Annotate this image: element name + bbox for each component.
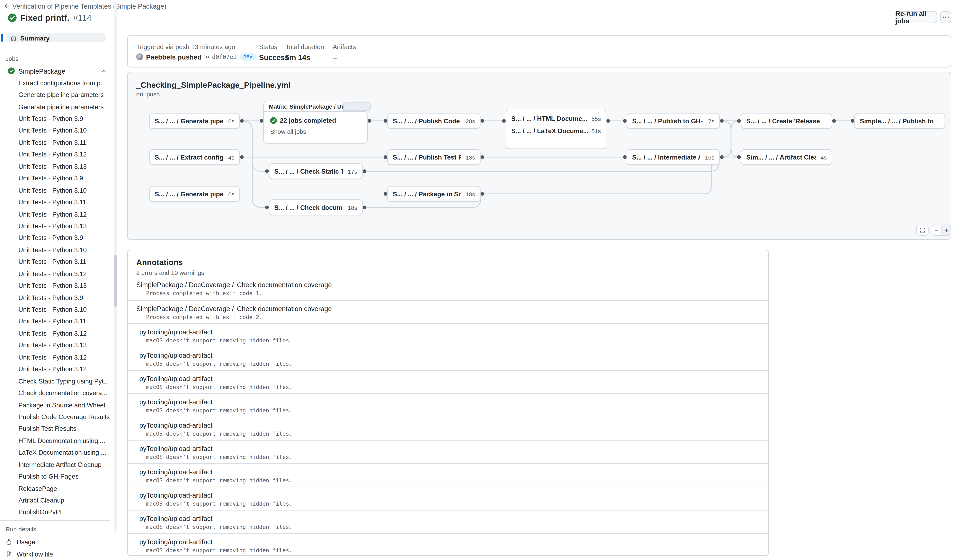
zoom-in-button[interactable]: + [942, 225, 951, 235]
sidebar-job-item[interactable]: ReleasePage [0, 482, 110, 494]
graph-node[interactable]: S... / ... / Publish Code C... 20s [387, 113, 481, 129]
sidebar-job-item[interactable]: Unit Tests - Python 3.11 [0, 256, 110, 268]
sidebar-job-item[interactable]: Unit Tests - Python 3.9 [0, 172, 110, 184]
sidebar-job-item[interactable]: Publish to GH-Pages [0, 470, 110, 482]
actor-pushed: Paebbels pushed [146, 53, 201, 61]
sidebar-job-item[interactable]: Unit Tests - Python 3.9 [0, 292, 110, 303]
graph-node[interactable]: S... / ... / LaTeX Docume... 51s [511, 127, 601, 134]
annotation-title[interactable]: pyTooling/upload-artifact [139, 398, 212, 406]
sidebar-job-item[interactable]: Unit Tests - Python 3.11 [0, 196, 110, 208]
sidebar-job-item[interactable]: Unit Tests - Python 3.10 [0, 124, 110, 136]
annotation-title[interactable]: pyTooling/upload-artifact [139, 491, 212, 499]
sidebar-job-item[interactable]: PublishOnPyPI [0, 506, 110, 518]
graph-node[interactable]: S... / ... / Generate pipelin... 0s [149, 113, 240, 129]
duration-label: Total duration [285, 43, 324, 50]
sidebar-item-usage[interactable]: Usage [6, 537, 105, 547]
commit-chip[interactable]: d0f07e1 [204, 53, 236, 60]
sidebar-job-item[interactable]: Unit Tests - Python 3.9 [0, 113, 110, 124]
sidebar-job-item[interactable]: Artifact Cleanup [0, 494, 110, 506]
sidebar-job-item[interactable]: Generate pipeline parameters [0, 89, 110, 100]
sidebar-item-workflow-file[interactable]: Workflow file [6, 549, 105, 559]
sidebar-item-summary[interactable]: Summary [6, 33, 105, 42]
rerun-all-jobs-button[interactable]: Re-run all jobs [895, 11, 937, 23]
show-all-jobs-link[interactable]: Show all jobs [270, 128, 361, 135]
sidebar-job-item[interactable]: Intermediate Artifact Cleanup [0, 458, 110, 470]
annotation-title[interactable]: pyTooling/upload-artifact [139, 375, 212, 382]
job-label: Unit Tests - Python 3.12 [19, 151, 87, 158]
graph-node[interactable]: S... / ... / Check docume... 18s [269, 199, 363, 215]
workflow-group-simplepackage[interactable]: SimplePackage [8, 66, 107, 75]
annotation-title[interactable]: pyTooling/upload-artifact [139, 328, 212, 336]
graph-node[interactable]: Simple... / ... / Publish to PyPI [854, 113, 945, 129]
graph-node[interactable]: S... / ... / HTML Docume... 55s [511, 115, 601, 122]
sidebar-job-item[interactable]: Publish Code Coverage Results [0, 411, 110, 422]
sidebar-job-item[interactable]: Generate pipeline parameters [0, 100, 110, 113]
branch-badge[interactable]: dev [240, 53, 256, 61]
summary-label: Summary [20, 34, 50, 42]
annotation-title[interactable]: pyTooling/upload-artifact [139, 538, 212, 546]
sidebar-job-item[interactable]: Unit Tests - Python 3.13 [0, 220, 110, 232]
sidebar-job-item[interactable]: Unit Tests - Python 3.13 [0, 160, 110, 172]
sidebar-job-item[interactable]: Unit Tests - Python 3.12 [0, 148, 110, 160]
jobs-section-label: Jobs [6, 55, 110, 62]
sidebar-job-item[interactable]: Unit Tests - Python 3.10 [0, 184, 110, 196]
node-prefix: S... / ... / [393, 117, 417, 125]
job-label: Generate pipeline parameters [19, 91, 104, 98]
graph-node[interactable]: Sim... / ... / Artifact Cleanup 4s [741, 149, 832, 165]
connector-dot [265, 205, 269, 209]
graph-node[interactable]: S... / ... / Package in Sou... 18s [387, 186, 481, 202]
matrix-group-node[interactable]: 22 jobs completed Show all jobs [263, 111, 368, 144]
success-check-icon [8, 14, 17, 22]
zoom-out-button[interactable]: − [932, 225, 942, 235]
annotation-title[interactable]: pyTooling/upload-artifact [139, 515, 212, 522]
sidebar-job-item[interactable]: Check Static Typing using Pyt... [0, 375, 110, 387]
kebab-menu-button[interactable] [940, 11, 951, 23]
sidebar-job-item[interactable]: Unit Tests - Python 3.12 [0, 208, 110, 220]
sidebar-job-item[interactable]: LaTeX Documentation using ... [0, 447, 110, 458]
job-label: Unit Tests - Python 3.12 [19, 365, 87, 373]
annotation-title[interactable]: pyTooling/upload-artifact [139, 351, 212, 359]
graph-node[interactable]: S... / ... / Intermediate A... 16s [627, 149, 720, 165]
avatar[interactable] [136, 53, 143, 60]
annotation-title[interactable]: Check documentation coverage [237, 305, 332, 312]
node-duration: 51s [591, 127, 601, 134]
connector-dot [265, 169, 269, 173]
sidebar-job-item[interactable]: Unit Tests - Python 3.10 [0, 243, 110, 256]
fullscreen-button[interactable] [916, 224, 929, 235]
breadcrumb-link[interactable]: Verification of Pipeline Templates (Simp… [12, 2, 166, 10]
sidebar-job-item[interactable]: Unit Tests - Python 3.12 [0, 268, 110, 279]
sidebar-job-item[interactable]: Extract configurations from p... [0, 77, 110, 89]
job-label: Unit Tests - Python 3.12 [19, 353, 87, 361]
run-number: #114 [73, 13, 91, 23]
sidebar-job-item[interactable]: Unit Tests - Python 3.12 [0, 363, 110, 375]
matrix-tab[interactable]: Matrix: SimplePackage / UnitTest... [263, 100, 344, 112]
sidebar-job-item[interactable]: Check documentation covera... [0, 387, 110, 398]
annotation-title[interactable]: Check documentation coverage [237, 281, 332, 289]
sidebar-job-item[interactable]: Unit Tests - Python 3.12 [0, 327, 110, 339]
graph-node[interactable]: S... / ... / Check Static Ty... 17s [269, 163, 363, 179]
annotation-title[interactable]: pyTooling/upload-artifact [139, 445, 212, 452]
graph-node[interactable]: S... / ... / Extract configur... 4s [149, 149, 240, 165]
sidebar-scrollbar-thumb[interactable] [114, 255, 116, 307]
sidebar-job-item[interactable]: Unit Tests - Python 3.10 [0, 303, 110, 315]
annotation-title[interactable]: pyTooling/upload-artifact [139, 468, 212, 475]
sidebar-job-item[interactable]: Unit Tests - Python 3.11 [0, 315, 110, 327]
sidebar-job-item[interactable]: HTML Documentation using ... [0, 435, 110, 446]
graph-node[interactable]: S... / ... / Publish to GH-P... 7s [627, 113, 720, 129]
sidebar-job-item[interactable]: Unit Tests - Python 3.13 [0, 279, 110, 291]
sidebar-job-item[interactable]: Unit Tests - Python 3.9 [0, 232, 110, 243]
commit-sha[interactable]: d0f07e1 [212, 53, 236, 60]
annotation-item: pyTooling/upload-artifact macOS doesn't … [128, 533, 768, 556]
chevron-up-icon[interactable] [101, 68, 107, 74]
sidebar-job-item[interactable]: Unit Tests - Python 3.13 [0, 339, 110, 351]
annotation-title[interactable]: pyTooling/upload-artifact [139, 422, 212, 429]
sidebar-job-item[interactable]: Unit Tests - Python 3.11 [0, 136, 110, 148]
job-label: Check Static Typing using Pyt... [19, 377, 109, 384]
breadcrumb[interactable]: Verification of Pipeline Templates (Simp… [4, 2, 166, 10]
sidebar-job-item[interactable]: Package in Source and Wheel... [0, 398, 110, 411]
graph-node[interactable]: S... / ... / Create 'Release Pa... [741, 113, 832, 129]
sidebar-job-item[interactable]: Publish Test Results [0, 422, 110, 435]
graph-node[interactable]: S... / ... / Publish Test Re... 13s [387, 149, 481, 165]
graph-node[interactable]: S... / ... / Generate pipelin... 0s [149, 186, 240, 202]
sidebar-job-item[interactable]: Unit Tests - Python 3.12 [0, 351, 110, 363]
